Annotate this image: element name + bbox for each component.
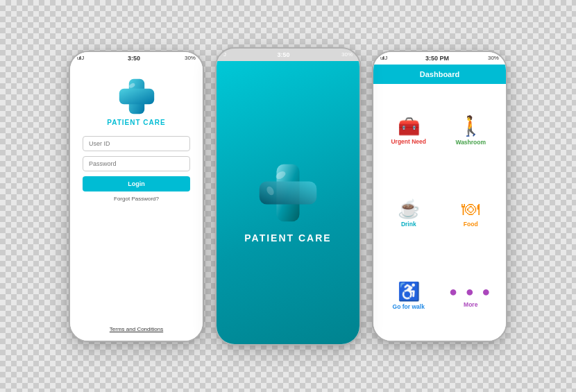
drink-icon: ☕ xyxy=(398,200,420,218)
login-phone: ull J 3:50 30% PATIENT CARE Login xyxy=(69,51,204,342)
dashboard-item-walk[interactable]: ♿ Go for walk xyxy=(379,255,439,335)
login-time: 3:50 xyxy=(128,55,140,62)
login-status-bar: ull J 3:50 30% xyxy=(70,52,203,65)
splash-screen: PATIENT CARE xyxy=(217,61,359,344)
login-screen: PATIENT CARE Login Forgot Password? Term… xyxy=(70,65,203,341)
urgent-need-icon: 🧰 xyxy=(398,117,420,135)
login-app-name: PATIENT CARE xyxy=(107,119,165,126)
dashboard-grid: 🧰 Urgent Need 🚶 Washroom ☕ Drink 🍽 Food … xyxy=(373,84,506,341)
walk-icon: ♿ xyxy=(398,282,420,300)
login-button[interactable]: Login xyxy=(83,176,190,191)
dashboard-item-more[interactable]: ● ● ● More xyxy=(441,255,501,335)
walk-label: Go for walk xyxy=(393,303,425,310)
dashboard-signal: ull J xyxy=(380,55,387,61)
splash-time: 3:50 xyxy=(277,51,289,58)
dashboard-item-food[interactable]: 🍽 Food xyxy=(441,173,501,253)
food-label: Food xyxy=(464,221,478,228)
dashboard-item-urgent-need[interactable]: 🧰 Urgent Need xyxy=(379,90,439,171)
splash-signal: J xyxy=(223,51,226,58)
splash-battery: 30% xyxy=(341,51,353,58)
splash-phone: J 3:50 30% xyxy=(215,47,361,346)
password-input[interactable] xyxy=(83,156,190,171)
login-signal: ull J xyxy=(77,55,83,61)
dashboard-status-bar: ull J 3:50 PM 30% xyxy=(373,52,506,65)
dashboard-screen: Dashboard 🧰 Urgent Need 🚶 Washroom ☕ Dri… xyxy=(373,65,506,341)
forgot-password-link[interactable]: Forgot Password? xyxy=(114,196,159,202)
dashboard-phone: ull J 3:50 PM 30% Dashboard 🧰 Urgent Nee… xyxy=(372,51,507,342)
dashboard-header: Dashboard xyxy=(373,65,506,84)
user-id-input[interactable] xyxy=(83,136,190,151)
dashboard-time: 3:50 PM xyxy=(425,55,449,62)
dashboard-item-drink[interactable]: ☕ Drink xyxy=(379,173,439,253)
washroom-icon: 🚶 xyxy=(459,117,483,136)
drink-label: Drink xyxy=(401,221,416,228)
urgent-need-label: Urgent Need xyxy=(391,138,426,145)
splash-logo xyxy=(257,162,319,224)
svg-rect-1 xyxy=(119,88,153,103)
splash-app-name: PATIENT CARE xyxy=(244,232,331,244)
washroom-label: Washroom xyxy=(455,139,486,146)
splash-status-bar: J 3:50 30% xyxy=(217,49,359,61)
food-icon: 🍽 xyxy=(461,200,480,218)
dashboard-item-washroom[interactable]: 🚶 Washroom xyxy=(441,90,501,171)
more-label: More xyxy=(464,301,477,308)
login-battery: 30% xyxy=(185,55,196,61)
login-logo xyxy=(117,77,156,116)
more-icon: ● ● ● xyxy=(449,284,492,298)
terms-link[interactable]: Terms and Conditions xyxy=(110,326,163,332)
dashboard-battery: 30% xyxy=(488,55,499,61)
